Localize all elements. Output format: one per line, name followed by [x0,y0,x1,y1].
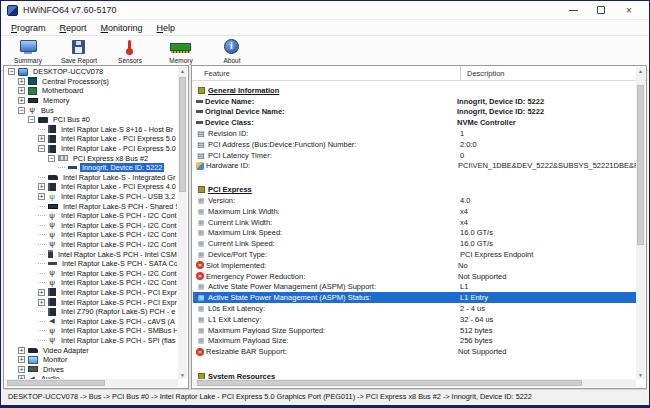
feature-value: 4.0 [460,196,636,205]
expand-plus-icon[interactable]: + [18,366,25,373]
menu-program[interactable]: Program [5,22,54,34]
tree-item-intel-raptor-lake-pci-express-5-0[interactable]: + Intel Raptor Lake - PCI Express 5.0 [6,134,177,144]
tree-item-intel-raptor-lake-s-pch-smbus-h[interactable]: Intel Raptor Lake-S PCH - SMBus H [6,326,177,336]
feature-row-pci-address-bus-device-function-number[interactable]: PCI Address (Bus:Device:Function) Number… [193,139,636,150]
tree-item-innogrit-device-id-5222-selected[interactable]: Innogrit, Device ID: 5222 [6,163,177,173]
close-button[interactable]: × [623,4,635,16]
expand-plus-icon[interactable]: + [38,289,45,296]
tree-item-intel-raptor-lake-s-pch-i2c-cont[interactable]: Intel Raptor Lake-S PCH - I2C Cont [6,240,177,250]
tree-item-label: Memory [41,96,71,105]
tree-item-intel-raptor-lake-s-pch-spi-flas[interactable]: Intel Raptor Lake-S PCH - SPI (flas [6,336,177,346]
feature-row-emergency-power-reduction[interactable]: Emergency Power Reduction: Not Supported [193,271,636,282]
menu-help[interactable]: Help [151,22,184,34]
feature-row-active-state-power-management-aspm-suppo[interactable]: Active State Power Management (ASPM) Sup… [193,282,636,293]
feature-row-revision-id[interactable]: Revision ID: 1 [193,128,636,139]
tree-item-intel-raptor-lake-s-pch-i2c-cont[interactable]: Intel Raptor Lake-S PCH - I2C Cont [6,268,177,278]
expand-plus-icon[interactable]: + [18,356,25,363]
scroll-down-arrow-icon[interactable]: ▼ [178,371,187,379]
feature-row-maximum-payload-size-supported[interactable]: Maximum Payload Size Supported: 512 byte… [193,325,636,336]
feature-row-device-port-type[interactable]: Device/Port Type: PCI Express Endpoint [193,249,636,260]
tree-item-intel-raptor-lake-s-pch-intel-csm[interactable]: Intel Raptor Lake-S PCH - Intel CSM [6,249,177,259]
tree-item-intel-raptor-lake-s-pch-usb-3-2[interactable]: + Intel Raptor Lake-S PCH - USB 3.2 [6,192,177,202]
expand-plus-icon[interactable]: + [38,183,45,190]
scroll-down-arrow-icon[interactable]: ▼ [636,371,645,379]
scroll-up-arrow-icon[interactable]: ▲ [178,67,187,75]
expand-plus-icon[interactable]: + [18,97,25,104]
tree-item-video-adapter[interactable]: + Video Adapter [6,345,177,355]
feature-row-resizable-bar-support[interactable]: Resizable BAR Support: Not Supported [193,346,636,357]
feature-row-active-state-power-management-aspm-statu[interactable]: Active State Power Management (ASPM) Sta… [193,292,636,303]
memory-button[interactable]: Memory [160,39,202,64]
details-vertical-scrollbar[interactable]: ▲ ▼ [636,67,645,379]
feature-row-slot-implemented[interactable]: Slot Implemented: No [193,260,636,271]
tree-item-intel-raptor-lake-s-8-16-host-br[interactable]: Intel Raptor Lake-S 8+16 - Host Br [6,125,177,135]
tree-item-intel-raptor-lake-s-pch-i2c-cont[interactable]: Intel Raptor Lake-S PCH - I2C Cont [6,230,177,240]
section-general-information[interactable]: General Information [193,85,636,96]
feature-row-current-link-speed[interactable]: Current Link Speed: 16.0 GT/s [193,238,636,249]
tree-item-intel-raptor-lake-s-pch-shared-s[interactable]: Intel Raptor Lake-S PCH - Shared S [6,201,177,211]
tree-item-drives[interactable]: + Drives [6,364,177,374]
feature-row-hardware-id[interactable]: Hardware ID: PCI\VEN_1DBE&DEV_5222&SUBSY… [193,161,636,172]
tree-item-intel-raptor-lake-s-pch-sata-co[interactable]: Intel Raptor Lake-S PCH - SATA Co [6,259,177,269]
save-button[interactable]: Save Report [58,39,100,64]
tree-horizontal-scrollbar[interactable] [5,379,178,387]
tree-item-intel-raptor-lake-s-pch-i2c-cont[interactable]: Intel Raptor Lake-S PCH - I2C Cont [6,278,177,288]
tree-item-desktop-uccv078[interactable]: − DESKTOP-UCCV078 [6,67,177,77]
collapse-minus-icon[interactable]: − [38,145,45,152]
collapse-minus-icon[interactable]: − [18,107,25,114]
tree-item-central-processor-s[interactable]: + Central Processor(s) [6,77,177,87]
tree-item-pci-bus-0[interactable]: − PCI Bus #0 [6,115,177,125]
tree-item-intel-raptor-lake-s-integrated-gr[interactable]: Intel Raptor Lake-S - Integrated Gr [6,173,177,183]
menu-report[interactable]: Report [54,22,95,34]
details-rows: General Information Device Name: Innogri… [193,81,636,379]
tree-item-intel-raptor-lake-s-pch-pci-expr[interactable]: + Intel Raptor Lake-S PCH - PCI Expr [6,288,177,298]
expand-plus-icon[interactable]: + [38,135,45,142]
tree-item-intel-z790-raptor-lake-s-pch-e[interactable]: Intel Z790 (Raptor Lake-S) PCH - e [6,307,177,317]
scroll-up-arrow-icon[interactable]: ▲ [636,67,645,75]
tree-item-bus[interactable]: − Bus [6,105,177,115]
collapse-minus-icon[interactable]: − [48,155,55,162]
expand-plus-icon[interactable]: + [18,347,25,354]
tree-item-intel-raptor-lake-s-pch-pci-expr[interactable]: + Intel Raptor Lake-S PCH - PCI Expr [6,297,177,307]
feature-row-maximum-link-speed[interactable]: Maximum Link Speed: 16.0 GT/s [193,228,636,239]
tree-item-motherboard[interactable]: + Motherboard [6,86,177,96]
feature-row-original-device-name[interactable]: Original Device Name: Innogrit, Device I… [193,107,636,118]
tree-item-intel-raptor-lake-pci-express-5-0[interactable]: − Intel Raptor Lake - PCI Express 5.0 [6,144,177,154]
tree-vertical-scrollbar[interactable]: ▲ ▼ [178,67,187,379]
details-horizontal-scrollbar[interactable] [193,379,636,387]
about-button[interactable]: About [211,39,253,64]
expand-plus-icon[interactable]: + [18,78,25,85]
expand-plus-icon[interactable]: + [18,87,25,94]
tree-item-pci-express-x8-bus-2[interactable]: − PCI Express x8 Bus #2 [6,153,177,163]
expand-plus-icon[interactable]: + [38,299,45,306]
feature-row-l0s-exit-latency[interactable]: L0s Exit Latency: 2 - 4 us [193,303,636,314]
collapse-minus-icon[interactable]: − [8,68,15,75]
section-system-resources[interactable]: System Resources [193,371,636,379]
expand-plus-icon[interactable]: + [38,193,45,200]
feature-row-version[interactable]: Version: 4.0 [193,195,636,206]
maximize-button[interactable] [595,4,607,16]
sensors-button[interactable]: Sensors [109,39,151,64]
tree-item-monitor[interactable]: + Monitor [6,355,177,365]
feature-row-maximum-link-width[interactable]: Maximum Link Width: x4 [193,206,636,217]
collapse-minus-icon[interactable]: − [28,116,35,123]
feature-row-device-class[interactable]: Device Class: NVMe Controller [193,117,636,128]
details-hscroll-thumb[interactable] [197,380,582,386]
summary-button[interactable]: Summary [7,39,49,64]
tree-item-intel-raptor-lake-s-pch-i2c-cont[interactable]: Intel Raptor Lake-S PCH - I2C Cont [6,221,177,231]
section-pci-express[interactable]: PCI Express [193,184,636,195]
tree-item-intel-raptor-lake-s-pch-cavs-a[interactable]: Intel Raptor Lake-S PCH - cAVS (A [6,316,177,326]
details-vscroll-thumb[interactable] [637,85,644,245]
feature-row-maximum-payload-size[interactable]: Maximum Payload Size: 256 bytes [193,336,636,347]
tree-item-intel-raptor-lake-s-pch-i2c-cont[interactable]: Intel Raptor Lake-S PCH - I2C Cont [6,211,177,221]
feature-row-device-name[interactable]: Device Name: Innogrit, Device ID: 5222 [193,96,636,107]
tree-item-memory[interactable]: + Memory [6,96,177,106]
feature-row-l1-exit-latency[interactable]: L1 Exit Latency: 32 - 64 us [193,314,636,325]
feature-row-pci-latency-timer[interactable]: PCI Latency Timer: 0 [193,150,636,161]
tree-item-intel-raptor-lake-pci-express-4-0[interactable]: + Intel Raptor Lake - PCI Express 4.0 [6,182,177,192]
menu-monitoring[interactable]: Monitoring [95,22,151,34]
minimize-button[interactable] [567,4,579,16]
feature-row-current-link-width[interactable]: Current Link Width: x4 [193,217,636,228]
tree-vscroll-thumb[interactable] [179,77,186,192]
tree-hscroll-thumb[interactable] [7,380,105,386]
